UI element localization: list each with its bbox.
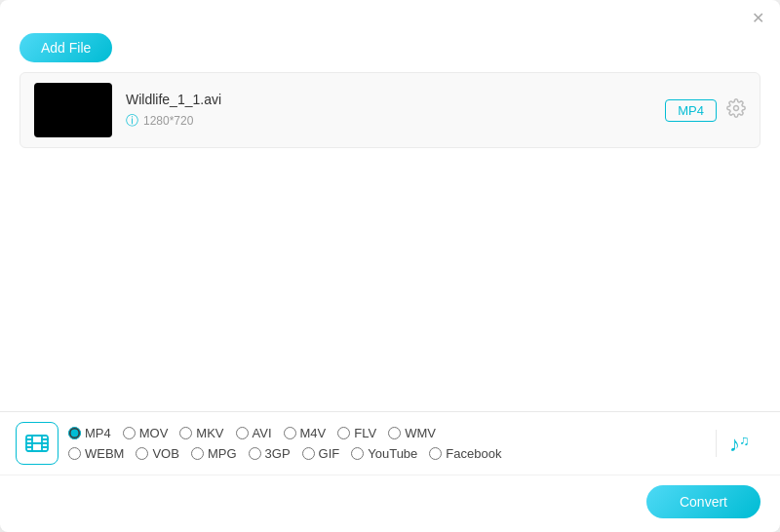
format-option-mp4[interactable]: MP4 (68, 426, 111, 440)
format-option-facebook[interactable]: Facebook (429, 446, 501, 461)
info-icon: ⓘ (126, 112, 138, 130)
format-option-3gp[interactable]: 3GP (249, 446, 291, 461)
format-option-wmv[interactable]: WMV (388, 426, 436, 440)
format-option-avi[interactable]: AVI (236, 426, 272, 440)
format-panel: MP4MOVMKVAVIM4VFLVWMV WEBMVOBMPG3GPGIFYo… (0, 411, 780, 475)
video-format-icon[interactable] (16, 422, 58, 465)
format-option-webm[interactable]: WEBM (68, 446, 124, 461)
toolbar: Add File (0, 27, 780, 72)
file-item: Wildlife_1_1.avi ⓘ 1280*720 MP4 (20, 72, 760, 148)
file-name: Wildlife_1_1.avi (126, 92, 651, 107)
format-option-flv[interactable]: FLV (337, 426, 376, 440)
format-option-mov[interactable]: MOV (123, 426, 169, 440)
format-option-gif[interactable]: GIF (302, 446, 340, 461)
format-option-youtube[interactable]: YouTube (351, 446, 417, 461)
convert-button[interactable]: Convert (646, 485, 760, 518)
svg-point-0 (734, 105, 739, 110)
file-resolution: 1280*720 (143, 114, 193, 128)
close-button[interactable]: ✕ (749, 10, 766, 27)
file-meta: ⓘ 1280*720 (126, 112, 651, 130)
format-option-vob[interactable]: VOB (136, 446, 178, 461)
svg-text:♫: ♫ (739, 433, 750, 448)
format-option-mkv[interactable]: MKV (179, 426, 223, 440)
file-actions: MP4 (665, 98, 746, 123)
format-badge[interactable]: MP4 (665, 99, 717, 122)
main-window: ✕ Add File Wildlife_1_1.avi ⓘ 1280*720 M… (0, 0, 780, 532)
file-info: Wildlife_1_1.avi ⓘ 1280*720 (126, 92, 651, 130)
format-option-mpg[interactable]: MPG (191, 446, 237, 461)
format-grid: MP4MOVMKVAVIM4VFLVWMV WEBMVOBMPG3GPGIFYo… (68, 426, 698, 461)
bottom-bar: Convert (0, 475, 780, 532)
video-thumbnail (34, 83, 112, 137)
title-bar: ✕ (0, 0, 780, 27)
format-option-m4v[interactable]: M4V (284, 426, 327, 440)
format-row-1: MP4MOVMKVAVIM4VFLVWMV (68, 426, 698, 440)
add-file-button[interactable]: Add File (20, 33, 112, 62)
file-list: Wildlife_1_1.avi ⓘ 1280*720 MP4 (0, 72, 780, 411)
settings-icon[interactable] (726, 98, 746, 123)
music-icon-area[interactable]: ♪ ♫ (716, 430, 764, 457)
format-row-2: WEBMVOBMPG3GPGIFYouTubeFacebook (68, 446, 698, 461)
